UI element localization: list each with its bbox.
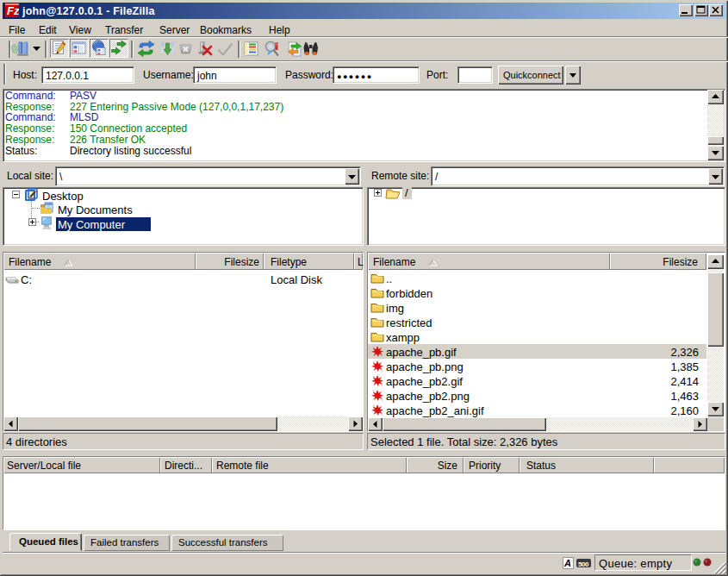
svg-text:Fz: Fz — [7, 4, 19, 17]
